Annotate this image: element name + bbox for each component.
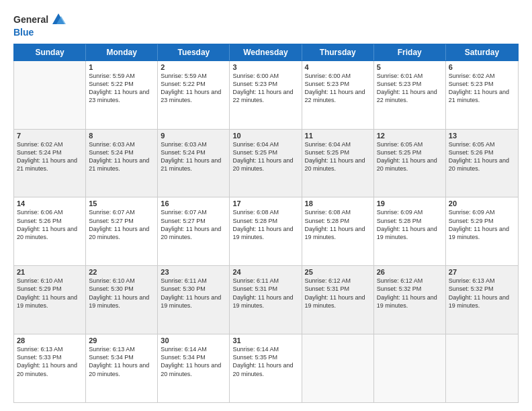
day-number: 29 xyxy=(89,336,154,345)
sunrise-line: Sunrise: 5:59 AM xyxy=(161,72,226,80)
sunset-line: Sunset: 5:23 PM xyxy=(377,80,443,88)
header-day-wednesday: Wednesday xyxy=(230,44,302,60)
sunrise-line: Sunrise: 6:12 AM xyxy=(377,277,443,285)
day-number: 21 xyxy=(17,268,83,276)
day-cell-4: 4Sunrise: 6:00 AMSunset: 5:23 PMDaylight… xyxy=(302,61,374,129)
empty-cell xyxy=(302,334,374,402)
day-number: 28 xyxy=(17,336,83,345)
sunset-line: Sunset: 5:28 PM xyxy=(232,217,298,225)
daylight-line: Daylight: 11 hours and 19 minutes. xyxy=(305,293,371,310)
day-number: 8 xyxy=(89,132,154,140)
sunset-line: Sunset: 5:26 PM xyxy=(449,148,515,156)
daylight-line: Daylight: 11 hours and 20 minutes. xyxy=(232,156,298,173)
empty-cell xyxy=(14,61,86,129)
daylight-line: Daylight: 11 hours and 20 minutes. xyxy=(377,156,443,173)
daylight-line: Daylight: 11 hours and 22 minutes. xyxy=(232,88,298,104)
sunset-line: Sunset: 5:32 PM xyxy=(377,285,443,293)
day-number: 25 xyxy=(305,268,371,276)
day-number: 19 xyxy=(377,199,443,208)
day-number: 31 xyxy=(232,336,298,345)
daylight-line: Daylight: 11 hours and 19 minutes. xyxy=(377,225,443,241)
sunrise-line: Sunrise: 6:05 AM xyxy=(449,140,515,148)
sunset-line: Sunset: 5:30 PM xyxy=(161,285,226,293)
day-number: 3 xyxy=(232,63,298,71)
sunrise-line: Sunrise: 6:13 AM xyxy=(89,345,154,353)
sunset-line: Sunset: 5:33 PM xyxy=(17,353,83,361)
day-number: 24 xyxy=(232,268,298,276)
day-cell-1: 1Sunrise: 5:59 AMSunset: 5:22 PMDaylight… xyxy=(86,61,158,129)
sunset-line: Sunset: 5:27 PM xyxy=(89,217,154,225)
day-number: 22 xyxy=(89,268,154,276)
sunset-line: Sunset: 5:32 PM xyxy=(449,285,515,293)
day-cell-15: 15Sunrise: 6:07 AMSunset: 5:27 PMDayligh… xyxy=(86,197,158,265)
daylight-line: Daylight: 11 hours and 19 minutes. xyxy=(305,225,371,241)
daylight-line: Daylight: 11 hours and 20 minutes. xyxy=(305,156,371,173)
sunrise-line: Sunrise: 6:03 AM xyxy=(89,140,154,148)
daylight-line: Daylight: 11 hours and 20 minutes. xyxy=(449,156,515,173)
day-number: 23 xyxy=(161,268,226,276)
sunset-line: Sunset: 5:25 PM xyxy=(232,148,298,156)
sunset-line: Sunset: 5:34 PM xyxy=(89,353,154,361)
sunset-line: Sunset: 5:31 PM xyxy=(305,285,371,293)
day-cell-14: 14Sunrise: 6:06 AMSunset: 5:26 PMDayligh… xyxy=(14,197,86,265)
sunrise-line: Sunrise: 6:02 AM xyxy=(449,72,515,80)
sunrise-line: Sunrise: 6:09 AM xyxy=(377,208,443,216)
header: General Blue xyxy=(13,12,519,38)
sunset-line: Sunset: 5:23 PM xyxy=(449,80,515,88)
sunrise-line: Sunrise: 6:00 AM xyxy=(305,72,371,80)
day-cell-11: 11Sunrise: 6:04 AMSunset: 5:25 PMDayligh… xyxy=(302,130,374,197)
day-cell-7: 7Sunrise: 6:02 AMSunset: 5:24 PMDaylight… xyxy=(14,130,86,197)
sunrise-line: Sunrise: 6:07 AM xyxy=(89,208,154,216)
sunset-line: Sunset: 5:30 PM xyxy=(89,285,154,293)
day-number: 27 xyxy=(449,268,515,276)
daylight-line: Daylight: 11 hours and 19 minutes. xyxy=(377,293,443,310)
logo-general: General xyxy=(13,14,48,26)
sunset-line: Sunset: 5:31 PM xyxy=(232,285,298,293)
day-number: 17 xyxy=(232,199,298,208)
day-cell-6: 6Sunrise: 6:02 AMSunset: 5:23 PMDaylight… xyxy=(446,61,518,129)
day-cell-3: 3Sunrise: 6:00 AMSunset: 5:23 PMDaylight… xyxy=(230,61,302,129)
sunrise-line: Sunrise: 6:11 AM xyxy=(232,277,298,285)
day-cell-22: 22Sunrise: 6:10 AMSunset: 5:30 PMDayligh… xyxy=(86,266,158,334)
sunrise-line: Sunrise: 6:13 AM xyxy=(17,345,83,353)
sunrise-line: Sunrise: 6:06 AM xyxy=(17,208,83,216)
sunset-line: Sunset: 5:35 PM xyxy=(232,353,298,361)
day-number: 1 xyxy=(89,63,154,71)
sunrise-line: Sunrise: 6:12 AM xyxy=(305,277,371,285)
sunrise-line: Sunrise: 6:01 AM xyxy=(377,72,443,80)
week-row-5: 28Sunrise: 6:13 AMSunset: 5:33 PMDayligh… xyxy=(14,334,518,402)
sunrise-line: Sunrise: 6:10 AM xyxy=(89,277,154,285)
day-cell-16: 16Sunrise: 6:07 AMSunset: 5:27 PMDayligh… xyxy=(158,197,230,265)
calendar: SundayMondayTuesdayWednesdayThursdayFrid… xyxy=(13,44,519,403)
sunrise-line: Sunrise: 6:04 AM xyxy=(232,140,298,148)
daylight-line: Daylight: 11 hours and 19 minutes. xyxy=(89,293,154,310)
sunrise-line: Sunrise: 6:11 AM xyxy=(161,277,226,285)
day-cell-25: 25Sunrise: 6:12 AMSunset: 5:31 PMDayligh… xyxy=(302,266,374,334)
day-number: 18 xyxy=(305,199,371,208)
week-row-2: 7Sunrise: 6:02 AMSunset: 5:24 PMDaylight… xyxy=(14,130,518,198)
daylight-line: Daylight: 11 hours and 22 minutes. xyxy=(377,88,443,104)
sunset-line: Sunset: 5:23 PM xyxy=(305,80,371,88)
daylight-line: Daylight: 11 hours and 19 minutes. xyxy=(232,293,298,310)
daylight-line: Daylight: 11 hours and 22 minutes. xyxy=(305,88,371,104)
day-cell-29: 29Sunrise: 6:13 AMSunset: 5:34 PMDayligh… xyxy=(86,334,158,402)
day-cell-19: 19Sunrise: 6:09 AMSunset: 5:28 PMDayligh… xyxy=(374,197,446,265)
sunrise-line: Sunrise: 6:02 AM xyxy=(17,140,83,148)
day-cell-28: 28Sunrise: 6:13 AMSunset: 5:33 PMDayligh… xyxy=(14,334,86,402)
day-cell-23: 23Sunrise: 6:11 AMSunset: 5:30 PMDayligh… xyxy=(158,266,230,334)
sunset-line: Sunset: 5:23 PM xyxy=(232,80,298,88)
day-number: 10 xyxy=(232,132,298,140)
daylight-line: Daylight: 11 hours and 20 minutes. xyxy=(89,225,154,241)
day-number: 2 xyxy=(161,63,226,71)
day-cell-26: 26Sunrise: 6:12 AMSunset: 5:32 PMDayligh… xyxy=(374,266,446,334)
day-number: 4 xyxy=(305,63,371,71)
sunrise-line: Sunrise: 6:07 AM xyxy=(161,208,226,216)
empty-cell xyxy=(374,334,446,402)
sunrise-line: Sunrise: 6:10 AM xyxy=(17,277,83,285)
daylight-line: Daylight: 11 hours and 19 minutes. xyxy=(449,293,515,310)
sunrise-line: Sunrise: 6:04 AM xyxy=(305,140,371,148)
day-cell-20: 20Sunrise: 6:09 AMSunset: 5:29 PMDayligh… xyxy=(446,197,518,265)
day-number: 5 xyxy=(377,63,443,71)
sunrise-line: Sunrise: 6:05 AM xyxy=(377,140,443,148)
day-number: 14 xyxy=(17,199,83,208)
